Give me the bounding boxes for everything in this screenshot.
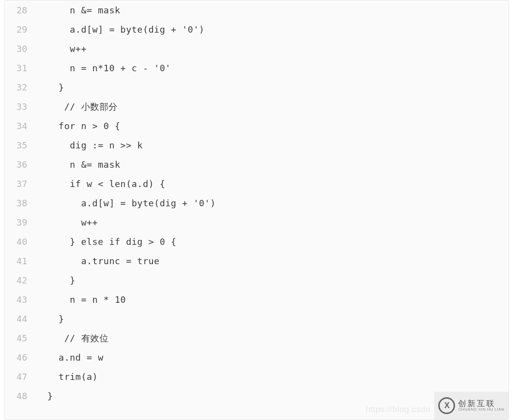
brand-text: 创新互联 CHUANG XIN HU LIAN xyxy=(458,399,504,412)
code-line: 47 trim(a) xyxy=(4,367,509,386)
code-text: w++ xyxy=(36,39,87,58)
code-text: dig := n >> k xyxy=(36,136,143,155)
line-number: 33 xyxy=(4,97,36,116)
line-number: 36 xyxy=(4,155,36,174)
line-number: 39 xyxy=(4,213,36,232)
line-number: 31 xyxy=(4,58,36,78)
line-number: 44 xyxy=(4,309,36,328)
code-line: 40 } else if dig > 0 { xyxy=(4,232,509,251)
brand-logo-icon: X xyxy=(438,397,455,414)
line-number: 41 xyxy=(4,251,36,271)
code-text: trim(a) xyxy=(36,367,98,386)
code-line: 46 a.nd = w xyxy=(4,348,509,367)
brand-cn: 创新互联 xyxy=(458,399,504,408)
code-line: 41 a.trunc = true xyxy=(4,251,509,271)
code-text: a.d[w] = byte(dig + '0') xyxy=(36,20,205,39)
code-line: 44 } xyxy=(4,309,509,328)
code-text: // 有效位 xyxy=(36,328,108,348)
code-line: 37 if w < len(a.d) { xyxy=(4,174,509,193)
code-text: n &= mask xyxy=(36,0,120,20)
code-line: 33 // 小数部分 xyxy=(4,97,509,116)
code-line: 28 n &= mask xyxy=(4,0,509,20)
line-number: 37 xyxy=(4,174,36,193)
code-text: n = n*10 + c - '0' xyxy=(36,58,171,78)
code-line: 43 n = n * 10 xyxy=(4,290,509,309)
code-text: a.trunc = true xyxy=(36,251,159,271)
code-text: } xyxy=(36,78,64,97)
line-number: 28 xyxy=(4,0,36,20)
line-number: 43 xyxy=(4,290,36,309)
code-line: 31 n = n*10 + c - '0' xyxy=(4,58,509,78)
code-line: 36 n &= mask xyxy=(4,155,509,174)
code-line: 42 } xyxy=(4,271,509,290)
code-line: 45 // 有效位 xyxy=(4,328,509,348)
line-number: 34 xyxy=(4,116,36,136)
code-line: 48 } xyxy=(4,386,509,406)
code-line: 39 w++ xyxy=(4,213,509,232)
brand-pinyin: CHUANG XIN HU LIAN xyxy=(458,408,504,412)
code-text: if w < len(a.d) { xyxy=(36,174,165,193)
code-text: n &= mask xyxy=(36,155,120,174)
code-text: for n > 0 { xyxy=(36,116,120,136)
code-line: 32 } xyxy=(4,78,509,97)
code-line: 34 for n > 0 { xyxy=(4,116,509,136)
code-line: 38 a.d[w] = byte(dig + '0') xyxy=(4,193,509,213)
code-line: 30 w++ xyxy=(4,39,509,58)
code-text: } else if dig > 0 { xyxy=(36,232,176,251)
watermark: https://blog.csdn xyxy=(365,405,430,415)
line-number: 47 xyxy=(4,367,36,386)
line-number: 30 xyxy=(4,39,36,58)
code-line: 35 dig := n >> k xyxy=(4,136,509,155)
line-number: 48 xyxy=(4,386,36,406)
code-lines: 28 n &= mask29 a.d[w] = byte(dig + '0')3… xyxy=(4,0,509,406)
code-text: } xyxy=(36,271,75,290)
line-number: 35 xyxy=(4,136,36,155)
line-number: 42 xyxy=(4,271,36,290)
code-line: 29 a.d[w] = byte(dig + '0') xyxy=(4,20,509,39)
line-number: 40 xyxy=(4,232,36,251)
code-text: a.d[w] = byte(dig + '0') xyxy=(36,193,216,213)
brand-badge: X 创新互联 CHUANG XIN HU LIAN xyxy=(434,392,509,420)
code-block: 28 n &= mask29 a.d[w] = byte(dig + '0')3… xyxy=(4,0,509,420)
code-text: // 小数部分 xyxy=(36,97,118,116)
line-number: 32 xyxy=(4,78,36,97)
line-number: 38 xyxy=(4,193,36,213)
code-text: } xyxy=(36,309,64,328)
code-text: a.nd = w xyxy=(36,348,103,367)
line-number: 46 xyxy=(4,348,36,367)
code-text: n = n * 10 xyxy=(36,290,126,309)
line-number: 29 xyxy=(4,20,36,39)
line-number: 45 xyxy=(4,328,36,348)
code-text: } xyxy=(36,386,53,406)
code-text: w++ xyxy=(36,213,98,232)
